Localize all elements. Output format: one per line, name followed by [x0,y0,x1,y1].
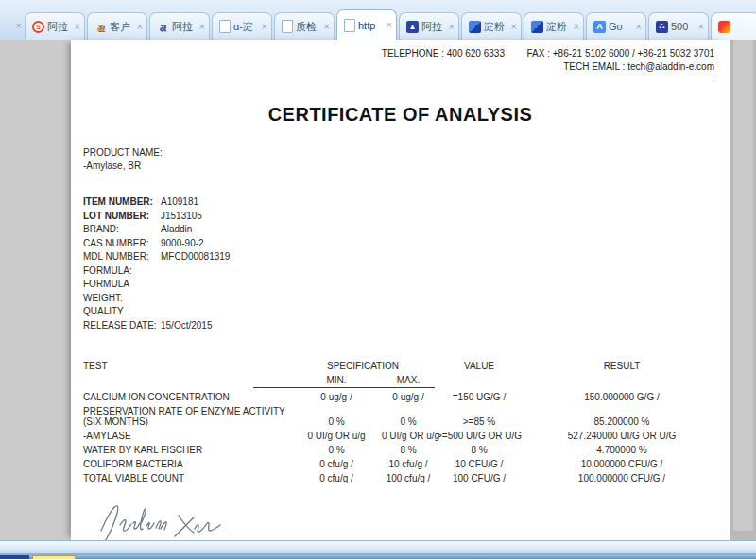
tab-quality-doc[interactable]: 质检× [274,12,335,40]
cell-max: 100 cfu/g / [382,473,435,483]
tab-close-icon[interactable]: × [386,20,393,30]
th-value: VALUE [435,361,524,371]
cell-test: CALCIUM ION CONCENTRATION [83,392,291,402]
tab-label: 质检 [296,20,317,34]
field-row: ITEM NUMBER:A109181 [83,195,720,210]
th-specification: SPECIFICATION [291,361,435,371]
tech-email-label: TECH EMAIL : [563,61,625,72]
tab-tieba-starch-2[interactable]: 淀粉× [524,12,584,40]
cell-min: 0 % [291,416,382,427]
tab-close-icon[interactable]: × [74,22,81,32]
cell-result: 527.240000 UI/G OR U/G [524,431,720,441]
document-page: TELEPHONE : 400 620 6333 FAX : +86-21 51… [71,40,730,540]
field-value: MFCD00081319 [161,250,720,264]
fields-list: ITEM NUMBER:A109181LOT NUMBER:J1513105BR… [83,195,720,332]
tab-close-icon[interactable]: × [573,22,580,32]
document-body: PRODUCT NAME: -Amylase, BR ITEM NUMBER:A… [71,146,730,483]
document-icon [219,20,231,33]
tab-baidu-aladdin[interactable]: ▲阿拉× [399,12,459,40]
cell-min: 0 % [291,445,382,455]
table-row: -AMYLASE0 UI/g OR u/g0 UI/g OR u/g>=500 … [83,427,720,441]
scrollbar-track[interactable] [730,40,756,540]
taskbar-active-button[interactable] [32,555,76,559]
field-row: BRAND:Aladdin [83,223,720,237]
tab-close-icon[interactable]: × [510,22,518,32]
aladdin-blue-icon: a [157,21,169,33]
cell-test: WATER BY KARL FISCHER [83,445,291,455]
th-min: MIN. [291,375,382,385]
content-area: TELEPHONE : 400 620 6333 FAX : +86-21 51… [0,40,756,540]
tab-label: 500 [671,21,688,32]
cell-result: 10.000000 CFU/G / [524,459,720,469]
tab-label: http [358,20,375,31]
tab-close-icon[interactable]: × [15,21,23,31]
cell-value: >=85 % [435,416,524,427]
field-value: Aladdin [161,223,720,237]
tab-close-icon[interactable]: × [136,22,144,32]
contact-line-2: TECH EMAIL : tech@aladdin-e.com [71,60,714,74]
tab-close-icon[interactable]: × [198,22,206,32]
field-value: A109181 [161,195,720,210]
taskbar [0,555,756,559]
page-title: CERTIFICATE OF ANALYSIS [71,104,730,126]
image-icon: ▲ [406,21,419,33]
cell-test: PRESERVATION RATE OF ENZYME ACTIVITY (SI… [83,406,291,427]
document-icon [282,20,293,33]
colorful-icon [718,21,730,33]
field-row: FORMULA: [83,264,720,279]
field-row: MDL NUMBER:MFCD00081319 [83,250,720,264]
tab-close-icon[interactable]: × [448,22,455,32]
field-label: BRAND: [83,223,161,237]
cell-min: 0 cfu/g / [291,459,382,469]
tab-partial-right[interactable] [711,12,756,40]
th-max: MAX. [382,375,435,385]
cell-max: 8 % [382,445,435,455]
cell-value: >=500 UI/G OR U/G [435,431,524,441]
cell-max: 10 cfu/g / [382,459,435,469]
tab-label: 客户 [110,20,130,34]
product-name-value: -Amylase, BR [83,160,720,173]
tab-partial-left[interactable]: × [0,12,23,40]
field-label: QUALITY RELEASE DATE: [83,305,161,332]
field-row: FORMULA WEIGHT: [83,278,720,305]
th-result: RESULT [524,361,720,371]
field-row: QUALITY RELEASE DATE:15/Oct/2015 [83,305,720,332]
tiles-icon [469,21,481,33]
tab-google-translate[interactable]: AGo× [586,12,646,40]
cell-value: =150 UG/G / [435,392,524,402]
tab-label: 阿拉 [421,20,442,34]
tab-sogou-aladdin[interactable]: S阿拉× [25,12,85,40]
table-rows: CALCIUM ION CONCENTRATION0 ug/g /0 ug/g … [83,388,720,483]
tab-close-icon[interactable]: × [635,22,643,32]
tab-tieba-starch-1[interactable]: 淀粉× [461,12,522,40]
tab-alpha-amylase[interactable]: α-淀× [212,12,272,40]
table-header-row: TEST SPECIFICATION VALUE RESULT [83,361,720,371]
tab-http-active[interactable]: http× [336,9,397,40]
table-subheader-row: MIN. MAX. [83,371,720,385]
translate-icon: A [593,21,606,33]
document-icon [344,19,355,32]
table-row: CALCIUM ION CONCENTRATION0 ug/g /0 ug/g … [83,388,720,402]
table-row: COLIFORM BACTERIA0 cfu/g /10 cfu/g /10 C… [83,455,720,469]
tab-close-icon[interactable]: × [323,22,331,32]
tab-close-icon[interactable]: × [697,22,705,32]
tab-label: 淀粉 [546,20,567,34]
product-name-block: PRODUCT NAME: -Amylase, BR [83,146,720,173]
tab-aladdin-customer[interactable]: a客户× [87,12,147,40]
tab-close-icon[interactable]: × [261,22,268,32]
scrollbar-thumb[interactable] [733,40,753,531]
browser-window: ×S阿拉×a客户×a阿拉×α-淀×质检×http×▲阿拉×淀粉×淀粉×AGo×∴… [0,0,756,559]
th-test: TEST [83,361,291,371]
field-label: FORMULA: [83,264,161,279]
tab-aladdin[interactable]: a阿拉× [149,12,210,40]
taskbar-start-segment [0,555,29,559]
tab-label: 阿拉 [172,20,193,34]
cell-test: TOTAL VIABLE COUNT [83,473,291,483]
coa-table: TEST SPECIFICATION VALUE RESULT MIN. MAX… [83,361,720,483]
tab-500[interactable]: ∴500× [648,12,709,40]
cell-max: 0 UI/g OR u/g [382,431,435,441]
sogou-icon: S [32,21,44,33]
cell-test: COLIFORM BACTERIA [83,459,291,469]
telephone-value: 400 620 6333 [447,48,505,59]
cell-test: -AMYLASE [83,431,291,441]
